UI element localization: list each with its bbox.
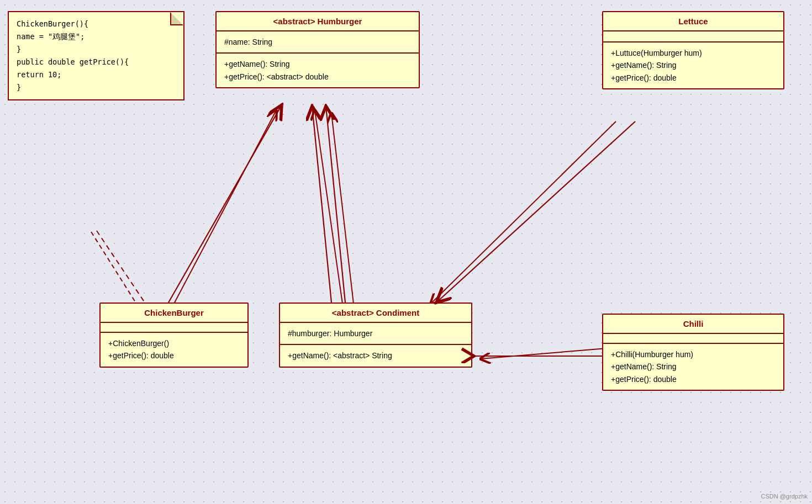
svg-line-10: [97, 231, 145, 303]
note-line-2: name = "鸡腿堡";: [17, 30, 176, 43]
humburger-class: <abstract> Humburger #name: String +getN…: [215, 11, 420, 88]
chickenburger-section2: +ChickenBurger() +getPrice(): double: [101, 333, 247, 367]
chilli-section1: [603, 334, 783, 344]
svg-line-6: [168, 105, 282, 303]
humburger-section1: #name: String: [217, 31, 419, 54]
svg-line-1: [315, 110, 342, 304]
svg-line-2: [431, 121, 616, 304]
lettuce-section1: [603, 31, 783, 43]
svg-line-0: [174, 110, 276, 304]
lettuce-class: Lettuce +Luttuce(Humburger hum) +getName…: [602, 11, 784, 89]
svg-line-4: [91, 232, 138, 306]
svg-line-11: [326, 106, 345, 303]
condiment-class: <abstract> Condiment #humburger: Humburg…: [279, 303, 472, 368]
note-line-3: }: [17, 43, 176, 56]
lettuce-title: Lettuce: [603, 12, 783, 31]
svg-line-8: [436, 121, 635, 303]
svg-line-5: [331, 113, 354, 304]
condiment-section2: +getName(): <abstract> String: [280, 345, 471, 366]
note-line-5: return 10;: [17, 68, 176, 81]
condiment-section1: #humburger: Humburger: [280, 323, 471, 345]
note-line-6: }: [17, 81, 176, 94]
chickenburger-title: ChickenBurger: [101, 304, 247, 323]
humburger-title: <abstract> Humburger: [217, 12, 419, 31]
code-note: ChickenBurger(){ name = "鸡腿堡"; } public …: [8, 11, 184, 100]
condiment-title: <abstract> Condiment: [280, 304, 471, 323]
note-line-4: public double getPrice(){: [17, 56, 176, 68]
svg-line-3: [481, 348, 613, 359]
chickenburger-section1: [101, 323, 247, 333]
humburger-section2: +getName(): String +getPrice(): <abstrac…: [217, 54, 419, 87]
chilli-title: Chilli: [603, 315, 783, 334]
chilli-section2: +Chilli(Humburger hum) +getName(): Strin…: [603, 344, 783, 390]
chilli-class: Chilli +Chilli(Humburger hum) +getName()…: [602, 314, 784, 391]
chickenburger-class: ChickenBurger +ChickenBurger() +getPrice…: [99, 303, 249, 368]
svg-line-7: [312, 106, 331, 303]
note-line-1: ChickenBurger(){: [17, 18, 176, 30]
watermark: CSDN @grdpzhk: [761, 493, 808, 500]
lettuce-section2: +Luttuce(Humburger hum) +getName(): Stri…: [603, 43, 783, 88]
